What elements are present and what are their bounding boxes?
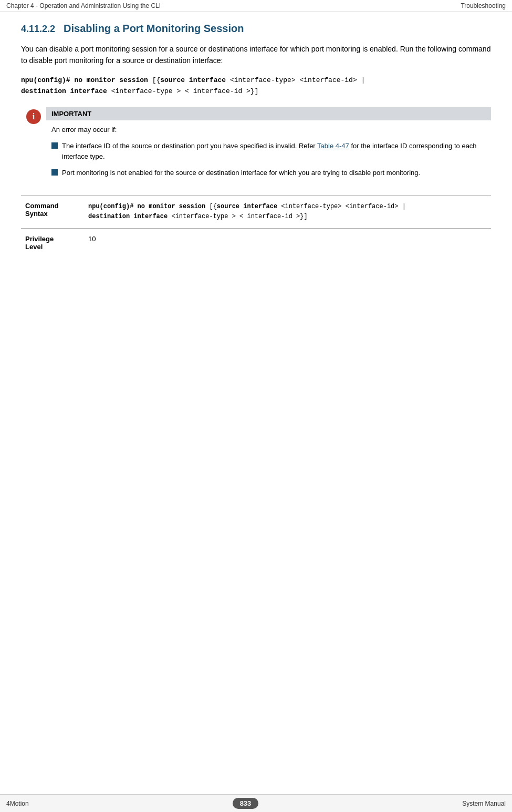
info-table: Command Syntax npu(config)# no monitor s… [21, 195, 491, 257]
privilege-level-row: Privilege Level 10 [21, 229, 491, 258]
privilege-value: 10 [84, 229, 491, 258]
command-label-line2: Syntax [25, 210, 48, 218]
cmd-val-rest2: <interface-type> <interface-id> | [277, 203, 406, 210]
important-header: IMPORTANT [46, 107, 491, 120]
command-syntax-row: Command Syntax npu(config)# no monitor s… [21, 195, 491, 228]
section-title: Disabling a Port Monitoring Session [64, 23, 244, 35]
important-icon-col: i [21, 107, 46, 184]
cmd-val-rest3: <interface-type > < interface-id >}] [168, 213, 307, 220]
body-cmd-rest2: <interface-type> <interface-id> | [226, 76, 365, 84]
bullet-item-1: The interface ID of the source or destin… [51, 141, 486, 161]
page-header: Chapter 4 - Operation and Administration… [0, 0, 512, 12]
body-cmd-rest1: [{ [148, 76, 160, 84]
body-cmd-bold1: npu(config)# no monitor session [21, 76, 148, 84]
cmd-val-bold2: source interface [217, 203, 277, 210]
intro-paragraph: You can disable a port monitoring sessio… [21, 43, 491, 67]
important-intro: An error may occur if: [51, 125, 486, 136]
important-icon: i [26, 109, 41, 124]
command-label-line1: Command [25, 202, 59, 210]
bullet-item-2: Port monitoring is not enabled for the s… [51, 168, 486, 178]
header-left: Chapter 4 - Operation and Administration… [6, 2, 161, 9]
command-syntax-value: npu(config)# no monitor session [{source… [84, 195, 491, 228]
header-right: Troubleshooting [461, 2, 506, 9]
cmd-val-bold3: destination interface [88, 213, 168, 220]
footer-page-number: 833 [233, 798, 259, 809]
command-syntax-label: Command Syntax [21, 195, 84, 228]
important-box: i IMPORTANT An error may occur if: The i… [21, 107, 491, 184]
section-number: 4.11.2.2 [21, 24, 55, 35]
cmd-val-rest1: [{ [205, 203, 217, 210]
privilege-label: Privilege Level [21, 229, 84, 258]
bullet-text-2: Port monitoring is not enabled for the s… [62, 168, 420, 178]
bullet-text-1: The interface ID of the source or destin… [62, 141, 486, 161]
privilege-label-line2: Level [25, 243, 43, 251]
bullet-square-2 [51, 169, 58, 176]
page-footer: 4Motion 833 System Manual [0, 794, 512, 812]
body-cmd-bold3: destination interface [21, 87, 107, 95]
cmd-val-bold1: npu(config)# no monitor session [88, 203, 205, 210]
privilege-label-line1: Privilege [25, 235, 54, 243]
body-cmd-rest3: <interface-type > < interface-id >}] [107, 87, 259, 95]
important-content: IMPORTANT An error may occur if: The int… [46, 107, 491, 184]
important-body: An error may occur if: The interface ID … [46, 125, 491, 178]
footer-left: 4Motion [6, 800, 29, 807]
body-command-block: npu(config)# no monitor session [{source… [21, 75, 491, 97]
table-link[interactable]: Table 4-47 [317, 142, 349, 150]
main-content: 4.11.2.2 Disabling a Port Monitoring Ses… [0, 12, 512, 268]
body-cmd-bold2: source interface [160, 76, 226, 84]
section-heading: 4.11.2.2 Disabling a Port Monitoring Ses… [21, 23, 491, 35]
bullet-square-1 [51, 142, 58, 149]
footer-right: System Manual [462, 800, 506, 807]
